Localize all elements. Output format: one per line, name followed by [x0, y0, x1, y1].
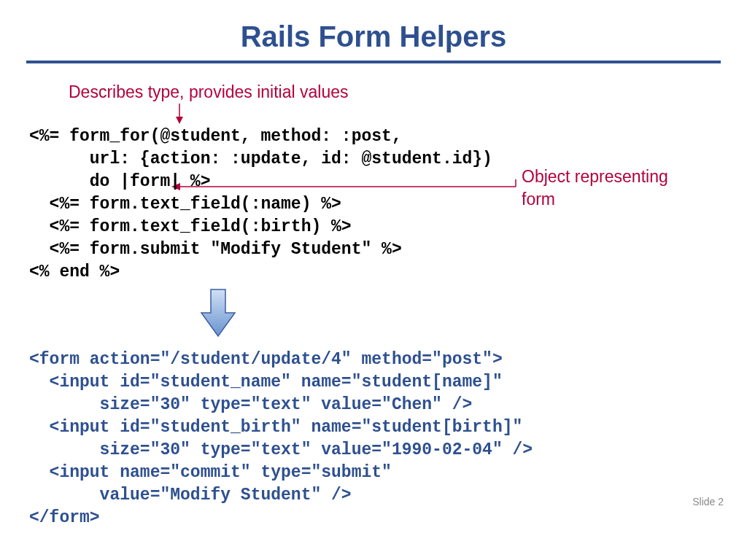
html-l2: <input id="student_name" name="student[n…	[29, 373, 503, 392]
erb-l1: <%= form_for(@student, method: :post,	[29, 127, 402, 146]
html-output-block: <form action="/student/update/4" method=…	[29, 349, 533, 529]
erb-l3: do |form| %>	[29, 172, 210, 191]
slide-title: Rails Form Helpers	[0, 0, 747, 61]
erb-l5: <%= form.text_field(:birth) %>	[29, 217, 352, 236]
html-l8: </form>	[29, 508, 100, 527]
html-l6: <input name="commit" type="submit"	[29, 463, 392, 482]
arrow-down-small-icon	[172, 102, 187, 125]
html-l3: size="30" type="text" value="Chen" />	[29, 395, 472, 414]
annotation-object-rep-l2: form	[522, 190, 555, 209]
erb-l7: <% end %>	[29, 262, 120, 281]
slide-number: Slide 2	[692, 496, 724, 508]
erb-l2: url: {action: :update, id: @student.id})	[29, 149, 492, 168]
title-rule	[26, 61, 721, 63]
html-l1: <form action="/student/update/4" method=…	[29, 350, 503, 369]
erb-l4: <%= form.text_field(:name) %>	[29, 195, 341, 214]
html-l4: <input id="student_birth" name="student[…	[29, 418, 522, 437]
erb-l6: <%= form.submit "Modify Student" %>	[29, 240, 402, 259]
annotation-describes: Describes type, provides initial values	[69, 82, 349, 102]
erb-code-block: <%= form_for(@student, method: :post, ur…	[29, 125, 492, 284]
svg-marker-5	[201, 289, 235, 336]
arrow-down-large-icon	[200, 288, 236, 339]
annotation-object-rep-l1: Object representing	[522, 167, 668, 186]
annotation-object-rep: Object representing form	[522, 166, 668, 211]
svg-marker-1	[176, 117, 183, 124]
html-l7: value="Modify Student" />	[29, 486, 352, 505]
html-l5: size="30" type="text" value="1990-02-04"…	[29, 440, 533, 459]
